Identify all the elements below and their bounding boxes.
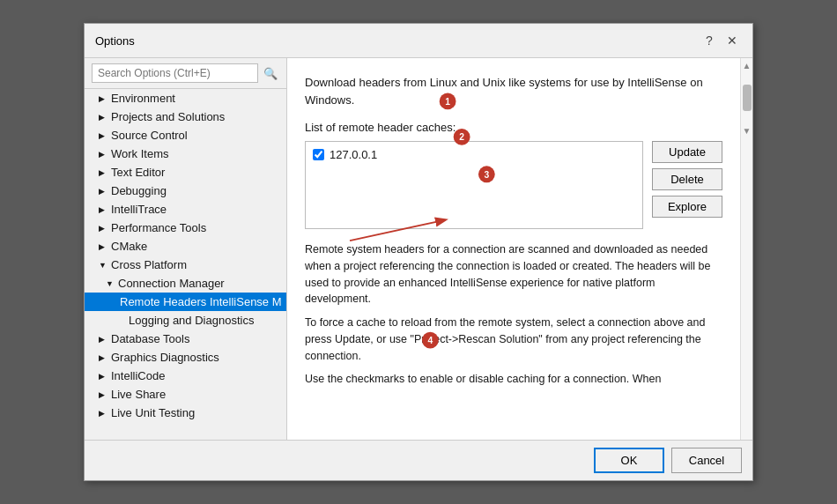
scroll-thumb[interactable]	[743, 85, 752, 111]
update-button[interactable]: Update	[652, 141, 722, 163]
description-text: Download headers from Linux and Unix lik…	[305, 74, 722, 108]
tree-item-work-items[interactable]: Work Items	[85, 145, 286, 163]
bottom-bar: OK Cancel	[85, 440, 752, 480]
tree-item-environment[interactable]: Environment	[85, 89, 286, 107]
cancel-button[interactable]: Cancel	[671, 448, 742, 473]
tree-label-cmake: CMake	[111, 240, 147, 253]
tree-arrow-graphics-diagnostics	[99, 353, 107, 362]
tree-label-remote-headers: Remote Headers IntelliSense M	[120, 295, 282, 308]
tree-item-performance-tools[interactable]: Performance Tools	[85, 219, 286, 237]
tree-arrow-intellitrace	[99, 205, 107, 214]
cache-item-checkbox[interactable]	[313, 149, 324, 160]
tree-label-live-unit-testing: Live Unit Testing	[111, 406, 195, 419]
tree-label-intellicode: IntelliCode	[111, 369, 165, 382]
tree-label-graphics-diagnostics: Graphics Diagnostics	[111, 351, 219, 364]
tree-arrow-text-editor	[99, 168, 107, 177]
tree-arrow-connection-manager	[106, 279, 115, 288]
tree-arrow-live-share	[99, 390, 107, 399]
options-dialog: Options ? ✕ 🔍 EnvironmentProjects and So…	[84, 23, 753, 481]
ok-button[interactable]: OK	[594, 448, 664, 473]
tree-item-graphics-diagnostics[interactable]: Graphics Diagnostics	[85, 348, 286, 367]
tree-arrow-environment	[99, 94, 107, 103]
tree-item-cross-platform[interactable]: Cross Platform	[85, 256, 286, 274]
title-bar-controls: ? ✕	[700, 31, 742, 50]
tree-label-logging-diagnostics: Logging and Diagnostics	[129, 314, 254, 327]
tree-item-live-share[interactable]: Live Share	[85, 385, 286, 404]
tree-arrow-intellicode	[99, 372, 107, 381]
tree-label-database-tools: Database Tools	[111, 332, 189, 345]
tree-label-text-editor: Text Editor	[111, 166, 165, 179]
cache-list-area: 127.0.0.1 Update Delete Explore	[305, 141, 722, 229]
cache-item: 127.0.0.1	[309, 145, 639, 164]
info-text-2: To force a cache to reload from the remo…	[305, 315, 722, 364]
tree-item-intellicode[interactable]: IntelliCode	[85, 367, 286, 385]
tree-arrow-debugging	[99, 187, 107, 196]
tree-item-intellitrace[interactable]: IntelliTrace	[85, 200, 286, 219]
search-input[interactable]	[92, 63, 258, 83]
tree-item-cmake[interactable]: CMake	[85, 237, 286, 256]
tree-arrow-work-items	[99, 150, 107, 159]
tree-label-work-items: Work Items	[111, 147, 169, 160]
tree-item-database-tools[interactable]: Database Tools	[85, 330, 286, 348]
tree-arrow-source-control	[99, 131, 107, 140]
tree-item-text-editor[interactable]: Text Editor	[85, 163, 286, 182]
tree-label-debugging: Debugging	[111, 184, 167, 197]
left-panel: 🔍 EnvironmentProjects and SolutionsSourc…	[85, 58, 287, 440]
tree-label-environment: Environment	[111, 92, 175, 105]
tree-item-logging-diagnostics[interactable]: Logging and Diagnostics	[85, 311, 286, 330]
search-box: 🔍	[85, 58, 286, 89]
tree-item-remote-headers[interactable]: Remote Headers IntelliSense M	[85, 293, 286, 311]
cache-item-label: 127.0.0.1	[330, 148, 377, 161]
tree-arrow-cmake	[99, 242, 107, 251]
search-icon[interactable]: 🔍	[262, 64, 279, 82]
dialog-title: Options	[95, 34, 135, 48]
tree-arrow-performance-tools	[99, 224, 107, 233]
tree-item-projects-solutions[interactable]: Projects and Solutions	[85, 107, 286, 126]
tree-arrow-database-tools	[99, 335, 107, 344]
tree-arrow-projects-solutions	[99, 113, 107, 122]
tree-item-connection-manager[interactable]: Connection Manager	[85, 274, 286, 293]
right-content: Download headers from Linux and Unix lik…	[287, 58, 740, 440]
tree-item-live-unit-testing[interactable]: Live Unit Testing	[85, 404, 286, 422]
explore-button[interactable]: Explore	[652, 196, 722, 218]
tree-label-source-control: Source Control	[111, 129, 188, 142]
tree-label-live-share: Live Share	[111, 388, 166, 401]
info-text-1: Remote system headers for a connection a…	[305, 241, 722, 308]
close-button[interactable]: ✕	[722, 31, 742, 50]
help-button[interactable]: ?	[700, 31, 719, 50]
tree-label-performance-tools: Performance Tools	[111, 221, 206, 234]
dialog-body: 🔍 EnvironmentProjects and SolutionsSourc…	[85, 58, 752, 440]
list-label: List of remote header caches:	[305, 121, 722, 134]
tree-label-connection-manager: Connection Manager	[118, 277, 225, 290]
delete-button[interactable]: Delete	[652, 168, 722, 190]
title-bar: Options ? ✕	[85, 24, 752, 58]
tree-label-cross-platform: Cross Platform	[111, 258, 187, 271]
cache-list-box: 127.0.0.1	[305, 141, 643, 229]
tree-item-debugging[interactable]: Debugging	[85, 182, 286, 200]
cache-buttons: Update Delete Explore	[652, 141, 722, 229]
scroll-up-arrow[interactable]: ▲	[741, 59, 752, 72]
tree-item-source-control[interactable]: Source Control	[85, 126, 286, 145]
tree-container: EnvironmentProjects and SolutionsSource …	[85, 89, 286, 440]
scroll-down-arrow[interactable]: ▼	[741, 124, 752, 137]
tree-arrow-cross-platform	[99, 261, 107, 270]
tree-arrow-live-unit-testing	[99, 409, 107, 418]
right-panel: Download headers from Linux and Unix lik…	[287, 58, 752, 440]
right-scrollbar[interactable]: ▲ ▼	[740, 58, 752, 440]
tree-label-intellitrace: IntelliTrace	[111, 203, 167, 216]
info-text-3: Use the checkmarks to enable or disable …	[305, 371, 722, 388]
tree-label-projects-solutions: Projects and Solutions	[111, 110, 225, 123]
